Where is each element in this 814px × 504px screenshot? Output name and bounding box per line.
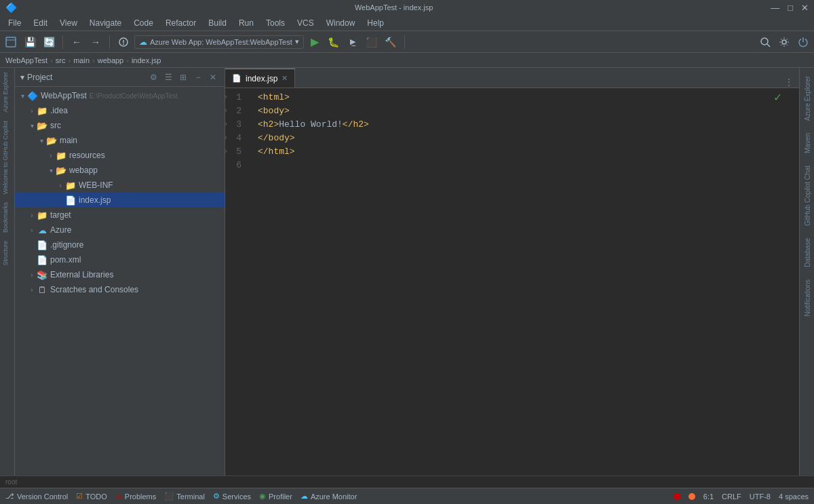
fold-arrow-5[interactable]: › (225, 145, 228, 159)
tree-label-webapp: webapp (69, 166, 98, 175)
status-todo[interactable]: ☑ TODO (76, 492, 107, 501)
status-encoding[interactable]: UTF-8 (750, 492, 771, 501)
tree-webapp[interactable]: ▾ 📂 webapp (15, 163, 225, 178)
panel-close-btn[interactable]: ✕ (207, 71, 219, 83)
panel-expand-btn[interactable]: ⊞ (177, 71, 189, 83)
panel-title-text: Project (27, 73, 52, 82)
status-vcs[interactable]: ⎇ Version Control (5, 492, 68, 501)
menu-navigate[interactable]: Navigate (84, 17, 127, 29)
toolbar-power[interactable] (795, 34, 811, 50)
menu-run[interactable]: Run (233, 17, 259, 29)
maximize-button[interactable]: □ (788, 3, 793, 13)
toolbar-project-icon[interactable] (3, 34, 19, 50)
toolbar-back[interactable]: ← (69, 34, 85, 50)
tree-main[interactable]: ▾ 📂 main (15, 133, 225, 148)
tree-arrow-extlibs: › (27, 271, 37, 279)
tree-label-src: src (50, 121, 61, 130)
run-config-dropdown[interactable]: ▾ (295, 37, 299, 46)
breadcrumb-src[interactable]: src (56, 56, 66, 64)
tree-arrow-azure: › (27, 227, 37, 234)
toolbar-forward[interactable]: → (88, 34, 104, 50)
breadcrumb-webapptest[interactable]: WebAppTest (5, 56, 47, 64)
menu-window[interactable]: Window (321, 17, 361, 29)
menu-code[interactable]: Code (128, 17, 159, 29)
tab-close-indexjsp[interactable]: ✕ (282, 74, 288, 83)
right-notifications[interactable]: Notifications (800, 274, 814, 322)
tree-root[interactable]: ▾ 🔷 WebAppTest E:\ProductCode\WebAppTest (15, 88, 225, 103)
tree-icon-root: 🔷 (27, 90, 38, 101)
status-indent[interactable]: 4 spaces (779, 492, 809, 501)
tree-src[interactable]: ▾ 📂 src (15, 118, 225, 133)
right-maven[interactable]: Maven (800, 128, 814, 159)
run-button[interactable]: ▶ (307, 34, 323, 50)
tree-path-root: E:\ProductCode\WebAppTest (90, 92, 178, 100)
panel-title-dropdown[interactable]: ▾ (20, 73, 24, 82)
sidebar-azure-explorer[interactable]: Azure Explorer (0, 68, 14, 117)
fold-arrow-2[interactable]: › (225, 104, 228, 118)
tree-label-webinf: WEB-INF (79, 180, 113, 190)
menu-view[interactable]: View (54, 17, 83, 29)
tree-target[interactable]: › 📁 target (15, 208, 225, 222)
menu-build[interactable]: Build (203, 17, 232, 29)
toolbar-nav[interactable] (115, 34, 132, 50)
fold-arrow-4[interactable]: › (225, 132, 228, 145)
breadcrumb-webapp[interactable]: webapp (98, 56, 124, 64)
toolbar-settings[interactable] (776, 34, 792, 50)
stop-button[interactable]: ⬛ (364, 34, 380, 50)
toolbar-sync[interactable]: 🔄 (41, 34, 57, 50)
right-azure-explorer[interactable]: Azure Explorer (800, 71, 814, 126)
tab-icon-indexjsp: 📄 (232, 74, 241, 83)
status-terminal[interactable]: ⬛ Terminal (164, 492, 205, 501)
minimize-button[interactable]: — (771, 3, 779, 13)
menu-vcs[interactable]: VCS (292, 17, 319, 29)
menu-file[interactable]: File (3, 17, 26, 29)
close-button[interactable]: ✕ (801, 3, 809, 13)
breadcrumb-bar: WebAppTest › src › main › webapp › index… (0, 53, 814, 68)
tree-idea[interactable]: › 📁 .idea (15, 103, 225, 118)
sidebar-bookmarks[interactable]: Bookmarks (0, 198, 14, 237)
tree-resources[interactable]: › 📁 resources (15, 148, 225, 163)
build-button[interactable]: 🔨 (383, 34, 399, 50)
menu-help[interactable]: Help (362, 17, 389, 29)
menu-refactor[interactable]: Refactor (160, 17, 201, 29)
breadcrumb-indexjsp[interactable]: index.jsp (132, 56, 161, 64)
tree-gitignore[interactable]: 📄 .gitignore (15, 237, 225, 252)
sidebar-structure[interactable]: Structure (0, 237, 14, 270)
tree-indexjsp[interactable]: 📄 index.jsp (15, 193, 225, 208)
panel-settings-btn[interactable]: ⚙ (147, 71, 159, 83)
toolbar-save[interactable]: 💾 (22, 34, 38, 50)
code-content[interactable]: <html> <body> <h2>Hello World!</h2> </bo… (252, 88, 799, 476)
fold-arrow-3[interactable]: › (225, 118, 228, 132)
menu-tools[interactable]: Tools (260, 17, 290, 29)
tree-azure[interactable]: › ☁ Azure (15, 222, 225, 237)
tree-scratches[interactable]: › 🗒 Scratches and Consoles (15, 282, 225, 297)
fold-arrow-1[interactable]: › (225, 91, 228, 104)
panel-layout-btn[interactable]: ☰ (162, 71, 174, 83)
breadcrumb-main[interactable]: main (73, 56, 90, 64)
status-profiler[interactable]: ◉ Profiler (259, 492, 292, 501)
editor-tab-actions[interactable]: ⋮ (784, 77, 799, 88)
right-github-copilot[interactable]: GitHub Copilot Chat (800, 160, 814, 231)
tree-pomxml[interactable]: 📄 pom.xml (15, 252, 225, 267)
status-line-endings[interactable]: CRLF (722, 492, 741, 501)
debug-button[interactable]: 🐛 (326, 34, 342, 50)
menu-edit[interactable]: Edit (28, 17, 53, 29)
breadcrumb-sep-4: › (126, 56, 129, 64)
coverage-button[interactable]: ▶̲ (345, 34, 361, 50)
panel-minimize-btn[interactable]: − (192, 71, 204, 83)
run-config-selector[interactable]: ☁ Azure Web App: WebAppTest:WebAppTest ▾ (134, 35, 304, 49)
panel-title: ▾ Project (20, 73, 52, 82)
sidebar-github-copilot[interactable]: Welcome to GitHub Copilot (0, 117, 14, 198)
toolbar-search[interactable] (757, 34, 773, 50)
editor-tab-indexjsp[interactable]: 📄 index.jsp ✕ (225, 69, 295, 88)
menu-bar: File Edit View Navigate Code Refactor Bu… (0, 15, 814, 31)
code-line-2: <body> (258, 104, 794, 118)
status-azure-monitor[interactable]: ☁ Azure Monitor (301, 492, 357, 501)
status-problems[interactable]: ⚠ Problems (115, 492, 156, 501)
vcs-label: Version Control (17, 492, 68, 501)
status-services[interactable]: ⚙ Services (213, 492, 251, 501)
status-bar-left: ⎇ Version Control ☑ TODO ⚠ Problems ⬛ Te… (0, 492, 357, 501)
right-database[interactable]: Database (800, 233, 814, 273)
tree-extlibs[interactable]: › 📚 External Libraries (15, 267, 225, 282)
tree-webinf[interactable]: › 📁 WEB-INF ← (15, 178, 225, 193)
